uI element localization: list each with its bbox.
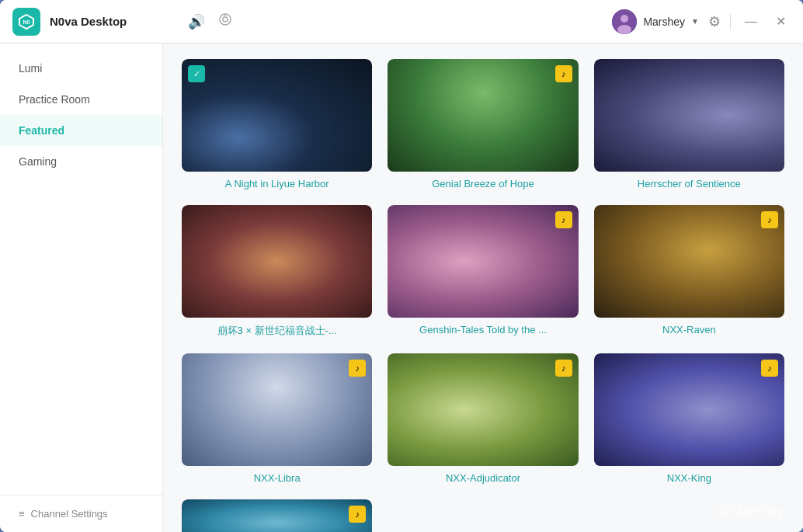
music-badge: ♪ (349, 360, 366, 377)
wallpaper-item[interactable]: ♪ NXX-King (594, 353, 784, 484)
wallpaper-title: Genshin-Tales Told by the ... (388, 324, 578, 336)
app-name: N0va Desktop (50, 15, 127, 28)
title-bar-left: N0 N0va Desktop (12, 8, 176, 36)
chevron-down-icon: ▼ (691, 17, 699, 26)
music-badge: ♪ (555, 360, 572, 377)
wallpaper-title: NXX-Raven (594, 324, 784, 336)
music-badge: ♪ (761, 211, 778, 228)
sidebar-item-lumi[interactable]: Lumi (0, 53, 162, 84)
close-button[interactable]: ✕ (771, 11, 791, 32)
wallpaper-item[interactable]: ♪ NXX-Libra (182, 353, 372, 484)
volume-icon[interactable]: 🔊 (188, 13, 205, 30)
title-bar-center: 🔊 (176, 12, 612, 31)
sidebar-item-label: Lumi (19, 62, 42, 75)
app-window: N0 N0va Desktop 🔊 (0, 0, 803, 532)
svg-point-6 (620, 15, 628, 23)
wallpaper-grid: ✓ A Night in Liyue Harbor ♪ Genial Breez… (182, 59, 784, 532)
separator (730, 14, 731, 30)
sidebar-item-label: Practice Room (19, 93, 90, 106)
wallpaper-item[interactable]: ♪ (182, 499, 372, 532)
music-badge: ♪ (555, 65, 572, 82)
username-label: Marshey (643, 16, 685, 28)
sidebar: Lumi Practice Room Featured Gaming ≡ Cha… (0, 43, 163, 532)
settings-icon[interactable]: ⚙ (708, 13, 721, 30)
sidebar-item-practice-room[interactable]: Practice Room (0, 84, 162, 115)
music-badge: ♪ (555, 211, 572, 228)
sidebar-item-featured[interactable]: Featured (0, 115, 162, 146)
sidebar-item-gaming[interactable]: Gaming (0, 146, 162, 177)
wallpaper-title: 崩坏3 × 新世纪福音战士-... (182, 324, 372, 338)
user-info[interactable]: Marshey ▼ (612, 9, 699, 34)
sidebar-nav: Lumi Practice Room Featured Gaming (0, 43, 162, 495)
title-bar: N0 N0va Desktop 🔊 (0, 0, 803, 43)
content-area[interactable]: ✓ A Night in Liyue Harbor ♪ Genial Breez… (163, 43, 803, 532)
wallpaper-item[interactable]: 崩坏3 × 新世纪福音战士-... (182, 205, 372, 338)
wallpaper-item[interactable]: ♪ NXX-Raven (594, 205, 784, 338)
wallpaper-title: Herrscher of Sentience (594, 178, 784, 190)
hamburger-icon: ≡ (19, 508, 25, 520)
svg-point-3 (223, 17, 228, 22)
channel-settings-label: Channel Settings (31, 508, 108, 520)
wallpaper-title: NXX-King (594, 472, 784, 484)
main-layout: Lumi Practice Room Featured Gaming ≡ Cha… (0, 43, 803, 532)
wallpaper-item[interactable]: ♪ Genial Breeze of Hope (388, 59, 578, 190)
minimize-button[interactable]: — (740, 12, 762, 32)
wallpaper-title: A Night in Liyue Harbor (182, 178, 372, 190)
music-badge: ♪ (349, 506, 366, 523)
wallpaper-title: NXX-Libra (182, 472, 372, 484)
sidebar-item-label: Featured (19, 124, 64, 137)
wallpaper-item[interactable]: ✓ A Night in Liyue Harbor (182, 59, 372, 190)
svg-point-7 (617, 25, 631, 34)
wallpaper-item[interactable]: ♪ NXX-Adjudicator (388, 353, 578, 484)
wallpaper-item[interactable]: ♪ Genshin-Tales Told by the ... (388, 205, 578, 338)
title-bar-right: Marshey ▼ ⚙ — ✕ (612, 9, 791, 34)
check-badge: ✓ (188, 65, 205, 82)
music-badge: ♪ (761, 360, 778, 377)
wallpaper-title: Genial Breeze of Hope (388, 178, 578, 190)
app-logo: N0 (12, 8, 40, 36)
channel-settings-button[interactable]: ≡ Channel Settings (0, 495, 162, 532)
avatar (612, 9, 637, 34)
cast-icon[interactable] (217, 12, 233, 31)
wallpaper-title: NXX-Adjudicator (388, 472, 578, 484)
sidebar-item-label: Gaming (19, 155, 57, 168)
wallpaper-item[interactable]: Herrscher of Sentience (594, 59, 784, 190)
svg-text:N0: N0 (23, 19, 30, 25)
